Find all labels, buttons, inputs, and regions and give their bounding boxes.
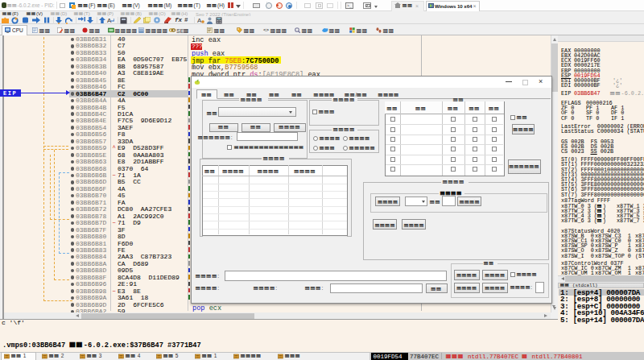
svg-text:A: A xyxy=(107,17,112,23)
svg-text:A: A xyxy=(197,17,202,23)
